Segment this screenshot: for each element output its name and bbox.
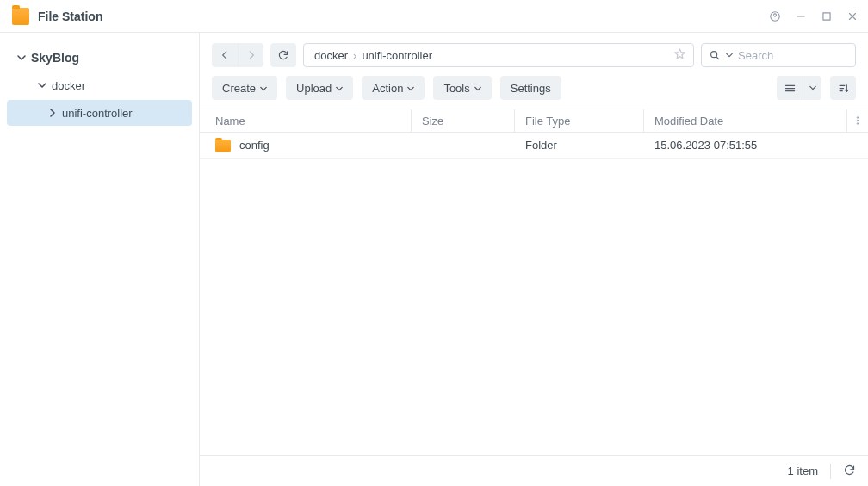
column-header-date[interactable]: Modified Date (644, 109, 847, 132)
sort-button[interactable] (830, 76, 856, 100)
chevron-down-icon (474, 82, 481, 95)
column-menu-icon[interactable] (847, 109, 868, 132)
nav-group (212, 43, 264, 67)
settings-button[interactable]: Settings (500, 76, 561, 100)
tools-button[interactable]: Tools (433, 76, 491, 100)
sidebar: SkyBlog docker unifi-controller (0, 33, 200, 486)
chevron-down-icon (260, 82, 267, 95)
search-bar[interactable] (701, 43, 856, 67)
sidebar-item-unifi-controller[interactable]: unifi-controller (7, 100, 192, 126)
column-header-name[interactable]: Name (200, 109, 412, 132)
svg-point-16 (857, 117, 859, 119)
titlebar: File Station (0, 0, 868, 33)
minimize-icon[interactable] (794, 9, 808, 23)
sidebar-item-docker[interactable]: docker (7, 72, 192, 98)
breadcrumb-segment[interactable]: docker (314, 49, 348, 62)
caret-down-icon (17, 53, 26, 62)
chevron-down-icon (336, 82, 343, 95)
refresh-button[interactable] (270, 43, 296, 67)
upload-button[interactable]: Upload (286, 76, 353, 100)
caret-down-icon (38, 81, 46, 90)
close-icon[interactable] (846, 9, 859, 23)
cell-type: Folder (525, 139, 557, 152)
sidebar-item-label: docker (52, 79, 85, 92)
item-count: 1 item (788, 464, 818, 477)
cell-name: config (239, 139, 270, 152)
breadcrumb-segment[interactable]: unifi-controller (362, 49, 432, 62)
table-header: Name Size File Type Modified Date (200, 109, 868, 133)
search-input[interactable] (738, 49, 848, 62)
app-folder-icon (12, 8, 29, 25)
caret-right-icon (48, 109, 57, 117)
list-view-button[interactable] (777, 76, 803, 100)
action-button[interactable]: Action (362, 76, 425, 100)
folder-icon (215, 140, 231, 152)
help-icon[interactable] (768, 9, 782, 23)
favorite-star-icon[interactable] (673, 47, 686, 63)
view-mode-group (777, 76, 822, 100)
svg-rect-3 (823, 12, 830, 19)
create-button[interactable]: Create (212, 76, 277, 100)
main-panel: docker › unifi-controller (200, 33, 868, 486)
svg-line-8 (716, 57, 719, 59)
svg-point-17 (857, 120, 859, 122)
tree-root-label: SkyBlog (31, 51, 79, 65)
sidebar-item-label: unifi-controller (62, 107, 133, 120)
svg-marker-6 (675, 49, 685, 59)
column-header-type[interactable]: File Type (515, 109, 644, 132)
status-bar: 1 item (200, 455, 868, 486)
view-mode-dropdown[interactable] (803, 76, 822, 100)
chevron-right-icon: › (353, 49, 356, 62)
table-row[interactable]: config Folder 15.06.2023 07:51:55 (200, 133, 868, 159)
maximize-icon[interactable] (820, 9, 834, 23)
svg-point-18 (857, 123, 859, 125)
table-body: config Folder 15.06.2023 07:51:55 (200, 133, 868, 455)
tree-root[interactable]: SkyBlog (0, 45, 199, 71)
column-header-size[interactable]: Size (412, 109, 515, 132)
breadcrumb[interactable]: docker › unifi-controller (303, 43, 694, 67)
app-title: File Station (38, 9, 102, 23)
nav-back-button[interactable] (212, 43, 238, 67)
search-icon (709, 49, 721, 61)
nav-forward-button[interactable] (238, 43, 264, 67)
refresh-status-button[interactable] (843, 464, 856, 479)
chevron-down-icon[interactable] (726, 52, 733, 59)
cell-date: 15.06.2023 07:51:55 (654, 139, 757, 152)
svg-point-1 (775, 18, 776, 19)
chevron-down-icon (407, 82, 414, 95)
